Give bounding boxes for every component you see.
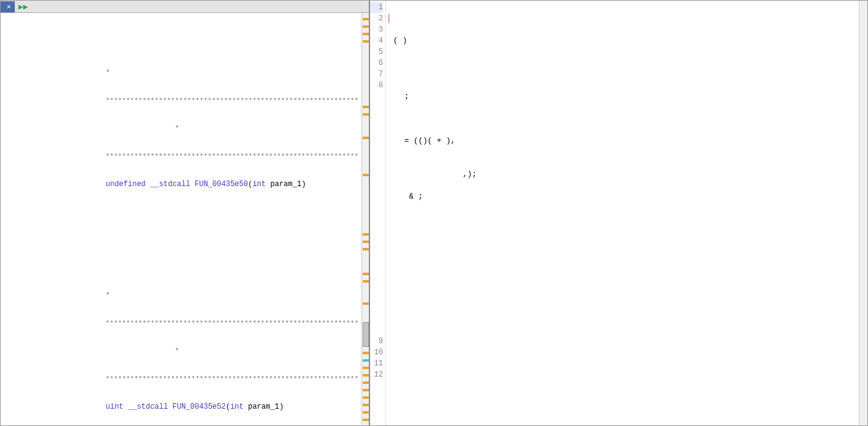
decompiler-scrollbar[interactable] bbox=[859, 1, 867, 425]
decompiler-panel: 1 2 3 4 5 6 7 8 9 10 11 12 ( ) ; = (()( … bbox=[370, 1, 867, 425]
play-icon: ▶▶ bbox=[19, 2, 28, 12]
gutter-line: 12 bbox=[370, 369, 383, 380]
gutter-line: 5 bbox=[370, 46, 383, 58]
file-tab[interactable]: ✕ bbox=[1, 1, 15, 12]
gutter-line: 1 bbox=[370, 2, 383, 13]
gutter-line: 7 bbox=[370, 69, 383, 80]
function-label[interactable] bbox=[2, 226, 106, 236]
gutter-line: 3 bbox=[370, 24, 383, 35]
disassembly-panel: ✕ ▶▶ * *********************************… bbox=[1, 1, 370, 425]
app-root: ✕ ▶▶ * *********************************… bbox=[0, 0, 868, 426]
gutter-line: 9 bbox=[370, 336, 383, 347]
scroll-thumb[interactable] bbox=[363, 322, 369, 347]
tab-bar: ✕ ▶▶ bbox=[1, 1, 369, 13]
line-gutter: 1 2 3 4 5 6 7 8 9 10 11 12 bbox=[370, 1, 386, 425]
gutter-line: 4 bbox=[370, 35, 383, 46]
run-indicator[interactable]: ▶▶ bbox=[19, 2, 28, 12]
listing-scrollbar[interactable] bbox=[361, 13, 369, 425]
listing-view[interactable]: * **************************************… bbox=[1, 13, 369, 425]
close-icon[interactable]: ✕ bbox=[7, 1, 11, 12]
gutter-line: 10 bbox=[370, 347, 383, 358]
gutter-line: 6 bbox=[370, 58, 383, 69]
decompiler-code[interactable]: ( ) ; = (()( + ), ,); & ; bbox=[386, 1, 859, 425]
text-cursor bbox=[389, 14, 389, 23]
gutter-line: 11 bbox=[370, 358, 383, 369]
gutter-line: 2 bbox=[370, 13, 383, 24]
gutter-line: 8 bbox=[370, 80, 383, 336]
